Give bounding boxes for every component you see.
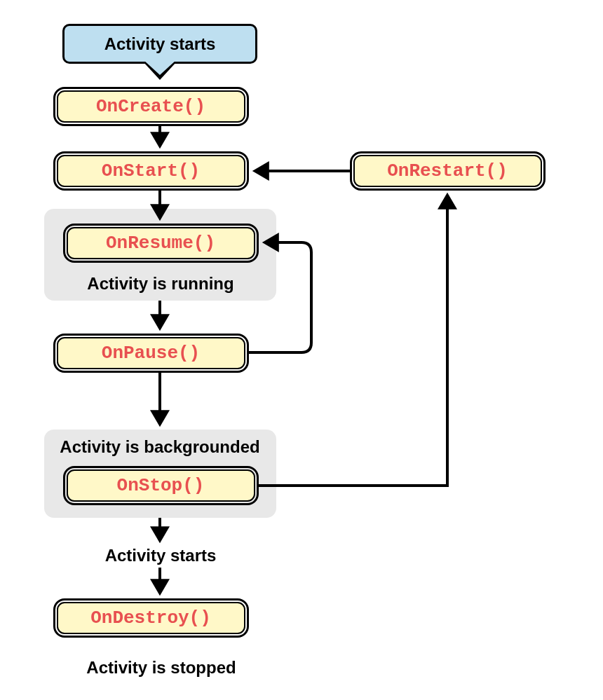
stopped-caption: Activity is stopped (78, 658, 245, 678)
start-label: Activity starts (104, 34, 216, 54)
onpause-node: OnPause() (53, 334, 248, 372)
starts-caption: Activity starts (97, 546, 224, 565)
start-tail-fill-icon (143, 60, 177, 75)
arrow-stop-to-restart (258, 195, 447, 486)
ondestroy-label: OnDestroy() (90, 608, 211, 629)
onrestart-label: OnRestart() (387, 160, 508, 181)
onrestart-node: OnRestart() (350, 151, 545, 190)
arrow-pause-to-resume-loop (248, 242, 311, 352)
oncreate-node: OnCreate() (53, 87, 248, 125)
onstart-node: OnStart() (53, 151, 248, 190)
ondestroy-node: OnDestroy() (53, 598, 248, 637)
backgrounded-caption: Activity is backgrounded (55, 437, 265, 457)
onstop-label: OnStop() (117, 475, 205, 496)
onresume-label: OnResume() (106, 233, 215, 254)
start-node: Activity starts (62, 24, 257, 64)
onpause-label: OnPause() (102, 343, 200, 364)
running-caption: Activity is running (83, 274, 238, 294)
onstop-node: OnStop() (63, 466, 258, 505)
onresume-node: OnResume() (63, 224, 258, 262)
oncreate-label: OnCreate() (96, 96, 205, 117)
onstart-label: OnStart() (102, 160, 200, 181)
lifecycle-diagram: Activity starts OnCreate() OnStart() OnR… (0, 0, 603, 700)
